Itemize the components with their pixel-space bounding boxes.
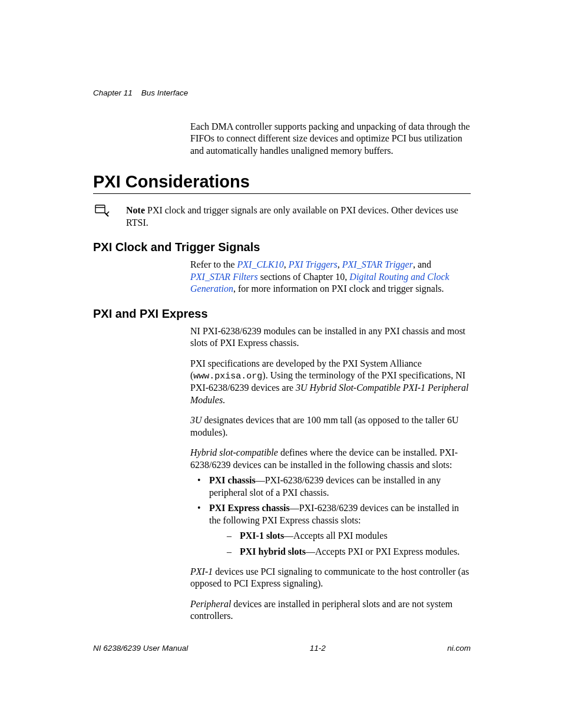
express-p5: PXI-1 devices use PCI signaling to commu… <box>190 566 471 590</box>
page: Chapter 11 Bus Interface Each DMA contro… <box>0 0 562 728</box>
heading-clock-trigger: PXI Clock and Trigger Signals <box>93 241 471 254</box>
intro-block: Each DMA controller supports packing and… <box>190 121 471 157</box>
pxisa-url: www.pxisa.org <box>193 371 262 381</box>
chassis-sublist: PXI-1 slots—Accepts all PXI modules PXI … <box>223 530 471 558</box>
express-p6: Peripheral devices are installed in peri… <box>190 598 471 622</box>
note-body: PXI clock and trigger signals are only a… <box>126 205 458 227</box>
clock-trigger-paragraph: Refer to the PXI_CLK10, PXI Triggers, PX… <box>190 259 471 295</box>
svg-rect-0 <box>95 205 105 213</box>
footer: NI 6238/6239 User Manual 11-2 ni.com <box>93 644 471 653</box>
note-text: Note PXI clock and trigger signals are o… <box>126 205 471 229</box>
heading-pxi-express: PXI and PXI Express <box>93 307 471 321</box>
list-item: PXI-1 slots—Accepts all PXI modules <box>223 530 471 542</box>
chapter-label: Chapter 11 <box>93 88 133 97</box>
list-item: PXI hybrid slots—Accepts PXI or PXI Expr… <box>223 546 471 558</box>
footer-right: ni.com <box>447 644 471 653</box>
pxi-express-body: NI PXI-6238/6239 modules can be installe… <box>190 325 471 622</box>
link-pxi-clk10[interactable]: PXI_CLK10 <box>237 259 284 269</box>
link-pxi-triggers[interactable]: PXI Triggers <box>289 259 338 269</box>
link-pxi-star-trigger[interactable]: PXI_STAR Trigger <box>342 259 413 269</box>
list-item: PXI Express chassis—PXI-6238/6239 device… <box>190 502 471 558</box>
list-item: PXI chassis—PXI-6238/6239 devices can be… <box>190 475 471 499</box>
express-p3: 3U designates devices that are 100 mm ta… <box>190 414 471 439</box>
footer-left: NI 6238/6239 User Manual <box>93 644 188 653</box>
express-p4: Hybrid slot-compatible defines where the… <box>190 447 471 471</box>
link-pxi-star-filters[interactable]: PXI_STAR Filters <box>190 272 258 282</box>
running-header: Chapter 11 Bus Interface <box>93 88 471 97</box>
chassis-list: PXI chassis—PXI-6238/6239 devices can be… <box>190 475 471 558</box>
intro-paragraph: Each DMA controller supports packing and… <box>190 121 471 157</box>
chapter-title: Bus Interface <box>141 88 189 97</box>
note-block: Note PXI clock and trigger signals are o… <box>93 205 471 229</box>
heading-pxi-considerations: PXI Considerations <box>93 172 471 192</box>
note-label: Note <box>126 205 145 215</box>
footer-center: 11-2 <box>310 644 326 653</box>
clock-trigger-body: Refer to the PXI_CLK10, PXI Triggers, PX… <box>190 259 471 295</box>
express-p1: NI PXI-6238/6239 modules can be installe… <box>190 325 471 350</box>
heading-rule <box>93 193 471 194</box>
express-p2: PXI specifications are developed by the … <box>190 358 471 407</box>
note-icon <box>93 203 110 220</box>
